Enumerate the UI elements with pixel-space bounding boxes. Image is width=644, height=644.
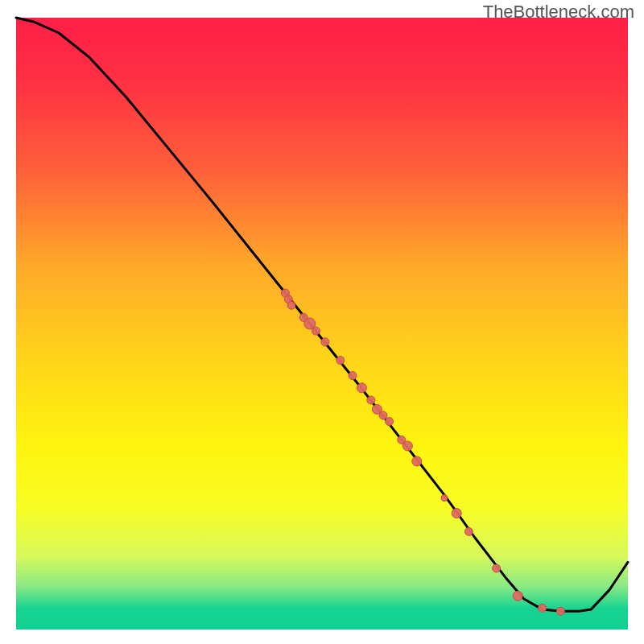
data-point <box>386 418 394 426</box>
data-point <box>402 441 412 451</box>
data-point <box>379 411 387 419</box>
data-point <box>349 372 357 380</box>
attribution-label: TheBottleneck.com <box>483 2 634 23</box>
data-point <box>464 527 473 535</box>
data-point <box>357 383 366 393</box>
chart-container: TheBottleneck.com <box>0 0 644 644</box>
data-point <box>441 495 448 502</box>
data-point <box>312 327 320 335</box>
data-point <box>412 456 422 466</box>
data-point <box>452 509 461 518</box>
data-point <box>493 564 501 572</box>
data-point <box>513 591 522 601</box>
bottleneck-curve-chart <box>0 0 644 644</box>
data-point <box>287 301 295 309</box>
data-point <box>539 604 547 612</box>
data-point <box>367 396 375 404</box>
data-point <box>336 357 345 365</box>
data-point <box>556 607 564 615</box>
data-point <box>321 338 329 346</box>
plot-background <box>16 18 628 630</box>
